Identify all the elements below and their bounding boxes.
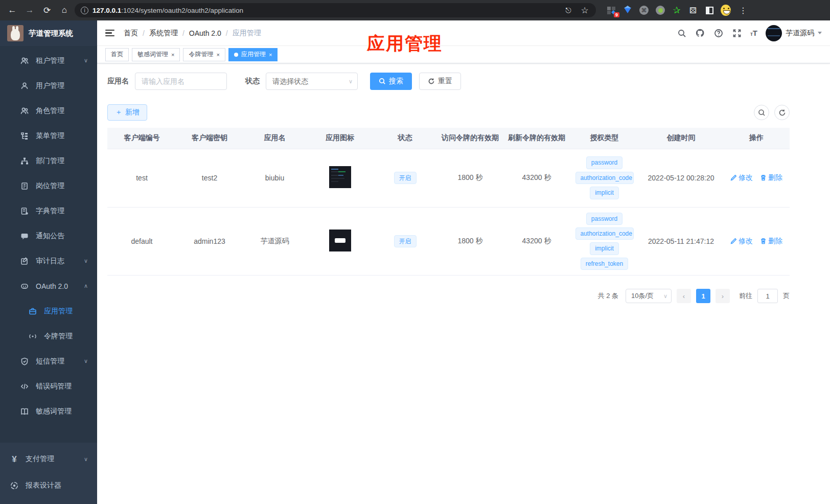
prev-page-button[interactable]: ‹ <box>677 289 691 303</box>
users-icon <box>20 107 29 115</box>
user-menu[interactable]: 芋道源码 <box>766 25 822 41</box>
pie-segments-icon <box>10 482 18 490</box>
sidebar-item-sms[interactable]: 短信管理∨ <box>0 349 97 374</box>
edit-button[interactable]: 修改 <box>730 237 753 246</box>
filter-form: 应用名 状态 ∨ 搜索 重置 <box>107 73 830 90</box>
url-text[interactable]: 127.0.0.1:1024/system/oauth2/oauth2/appl… <box>93 7 557 14</box>
sidebar-item-user[interactable]: 用户管理 <box>0 73 97 98</box>
tree-icon <box>20 132 29 140</box>
sidebar-item-tenant[interactable]: 租户管理∨ <box>0 48 97 73</box>
sidebar-item-oauth2[interactable]: OAuth 2.0∧ <box>0 273 97 299</box>
status-badge: 开启 <box>394 235 417 247</box>
user-name: 芋道源码 <box>786 29 814 38</box>
app-name-input[interactable] <box>135 73 227 90</box>
edit-button[interactable]: 修改 <box>730 173 753 182</box>
github-icon[interactable] <box>695 28 705 38</box>
extension-badge: 9 <box>614 12 619 17</box>
reload-icon[interactable]: ⟳ <box>40 3 54 17</box>
page-number-button[interactable]: 1 <box>696 289 710 303</box>
sidebar-item-oauth2-application[interactable]: 应用管理 <box>0 299 97 324</box>
col-grant-types: 授权类型 <box>570 128 639 149</box>
yen-icon: ¥ <box>10 455 18 463</box>
sidebar-item-pay[interactable]: ¥ 支付管理∨ <box>0 446 97 472</box>
extension-gem-icon[interactable] <box>622 5 633 15</box>
close-icon[interactable]: × <box>216 52 219 58</box>
tab-sensitive-word[interactable]: 敏感词管理× <box>132 48 180 61</box>
page-size-select[interactable] <box>626 289 672 303</box>
col-app-name: 应用名 <box>243 128 307 149</box>
sidebar-item-report-designer[interactable]: 报表设计器 <box>0 472 97 499</box>
sidebar-item-error-code[interactable]: 错误码管理 <box>0 374 97 399</box>
tab-home[interactable]: 首页 <box>105 48 129 61</box>
breadcrumb-home[interactable]: 首页 <box>124 29 138 38</box>
app-logo-area[interactable]: 芋道管理系统 <box>0 20 97 46</box>
next-page-button[interactable]: › <box>716 289 730 303</box>
collapse-sidebar-icon[interactable] <box>105 28 116 38</box>
share-icon[interactable]: ⎋ <box>561 3 575 17</box>
extensions-puzzle-icon[interactable]: ⚄ <box>688 5 698 15</box>
col-secret: 客户端密钥 <box>176 128 243 149</box>
address-bar[interactable]: i 127.0.0.1:1024/system/oauth2/oauth2/ap… <box>75 3 596 17</box>
chevron-up-icon: ∧ <box>84 283 88 289</box>
bookmark-star-icon[interactable]: ☆ <box>578 3 592 17</box>
font-size-icon[interactable]: тT <box>750 29 757 37</box>
refresh-button[interactable] <box>774 105 790 120</box>
cell-access-validity: 1800 秒 <box>437 207 503 276</box>
browser-toolbar: ← → ⟳ ⌂ i 127.0.0.1:1024/system/oauth2/o… <box>0 0 830 20</box>
fullscreen-icon[interactable] <box>732 28 742 38</box>
breadcrumb-system[interactable]: 系统管理 <box>149 29 178 38</box>
goto-page-input[interactable] <box>757 289 778 303</box>
sidebar-menu: 租户管理∨ 用户管理 角色管理 菜单管理 部门管理 岗位管理 <box>0 46 97 443</box>
back-icon[interactable]: ← <box>5 3 19 17</box>
sidebar-item-notice[interactable]: 通知公告 <box>0 223 97 248</box>
sidebar-item-dept[interactable]: 部门管理 <box>0 148 97 173</box>
status-select[interactable] <box>266 73 358 90</box>
app-icon-image <box>329 230 351 251</box>
reset-button[interactable]: 重置 <box>419 73 461 90</box>
chevron-down-icon <box>818 32 822 34</box>
sidebar-item-post[interactable]: 岗位管理 <box>0 173 97 198</box>
extension-record-icon[interactable] <box>655 5 665 15</box>
browser-menu-icon[interactable]: ⋮ <box>739 6 747 15</box>
sidebar-item-audit-log[interactable]: 审计日志∨ <box>0 248 97 273</box>
badge-icon <box>20 182 29 190</box>
cell-app-icon <box>307 207 373 276</box>
cell-app-icon <box>307 149 373 207</box>
briefcase-icon <box>29 307 37 315</box>
code-icon <box>20 382 29 391</box>
cell-secret: test2 <box>176 149 243 207</box>
extension-star-icon[interactable]: ✰ <box>672 5 682 15</box>
table-header-row: 客户端编号 客户端密钥 应用名 应用图标 状态 访问令牌的有效期 刷新令牌的有效… <box>107 128 790 149</box>
extension-grid-icon[interactable]: 9 <box>606 5 616 15</box>
extensions-area: 9 ⌘ ✰ ⚄ <box>606 5 731 15</box>
search-icon[interactable] <box>677 28 687 38</box>
app-icon-image <box>329 166 351 188</box>
search-button[interactable]: 搜索 <box>370 73 412 90</box>
col-actions: 操作 <box>723 128 790 149</box>
home-icon[interactable]: ⌂ <box>57 3 72 17</box>
help-icon[interactable] <box>713 28 724 38</box>
chevron-down-icon: ∨ <box>84 57 88 64</box>
tab-application[interactable]: 应用管理× <box>228 48 278 61</box>
tab-token[interactable]: 令牌管理× <box>183 48 225 61</box>
sidebar-item-sensitive-word[interactable]: 敏感词管理 <box>0 399 97 424</box>
delete-button[interactable]: 删除 <box>760 237 782 246</box>
profile-avatar-icon[interactable] <box>721 5 731 15</box>
user-avatar <box>766 25 782 41</box>
cell-client-id: default <box>107 207 176 276</box>
extension-command-icon[interactable]: ⌘ <box>639 5 649 15</box>
sidebar-item-dict[interactable]: 字典管理 <box>0 198 97 223</box>
split-screen-icon[interactable] <box>704 5 714 15</box>
toggle-search-button[interactable] <box>754 105 769 120</box>
sidebar-item-oauth2-token[interactable]: 令牌管理 <box>0 324 97 349</box>
sidebar-item-role[interactable]: 角色管理 <box>0 98 97 123</box>
close-icon[interactable]: × <box>269 52 272 58</box>
breadcrumb-oauth2[interactable]: OAuth 2.0 <box>189 29 221 37</box>
site-info-icon[interactable]: i <box>81 7 88 14</box>
sidebar-item-menu[interactable]: 菜单管理 <box>0 123 97 148</box>
forward-icon[interactable]: → <box>22 3 37 17</box>
add-button[interactable]: ＋ 新增 <box>107 104 147 121</box>
cell-secret: admin123 <box>176 207 243 276</box>
delete-button[interactable]: 删除 <box>760 173 782 182</box>
close-icon[interactable]: × <box>171 52 174 58</box>
